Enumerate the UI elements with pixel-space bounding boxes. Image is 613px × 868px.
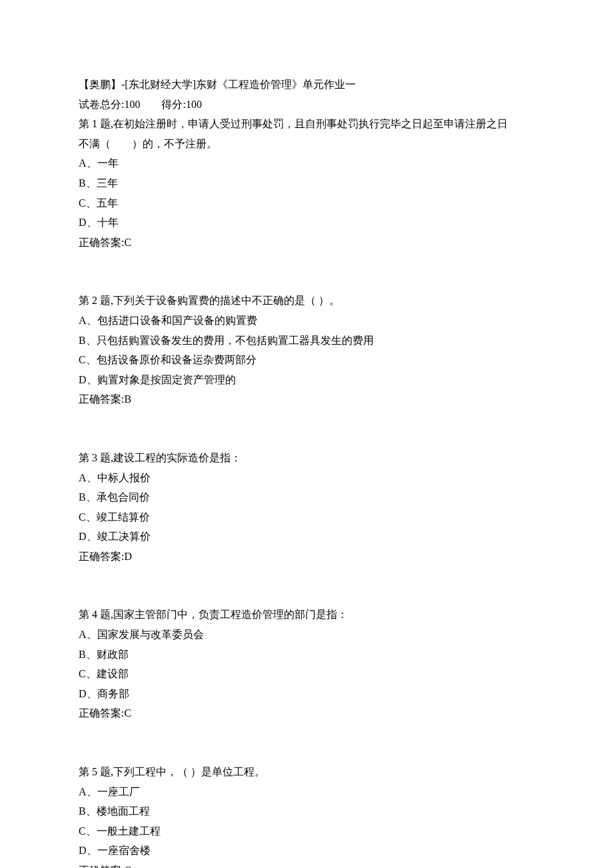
option-c: C、包括设备原价和设备运杂费两部分 bbox=[79, 350, 534, 370]
question-prompt: 第 3 题,建设工程的实际造价是指： bbox=[79, 448, 534, 468]
correct-answer: 正确答案:C bbox=[79, 703, 534, 723]
option-d: D、购置对象是按固定资产管理的 bbox=[79, 370, 534, 390]
question-prompt: 不满（ ）的，不予注册。 bbox=[79, 134, 534, 154]
correct-answer: 正确答案:D bbox=[79, 547, 534, 567]
option-b: B、财政部 bbox=[79, 645, 534, 665]
question-prompt: 第 1 题,在初始注册时，申请人受过刑事处罚，且自刑事处罚执行完毕之日起至申请注… bbox=[79, 114, 534, 134]
total-score: 试卷总分:100 bbox=[79, 99, 140, 110]
option-b: B、三年 bbox=[79, 173, 534, 193]
question-1: 第 1 题,在初始注册时，申请人受过刑事处罚，且自刑事处罚执行完毕之日起至申请注… bbox=[79, 114, 534, 252]
option-c: C、竣工结算价 bbox=[79, 507, 534, 527]
question-prompt: 第 5 题,下列工程中，（ ）是单位工程。 bbox=[79, 762, 534, 782]
option-b: B、承包合同价 bbox=[79, 487, 534, 507]
document-title: 【奥鹏】-[东北财经大学]东财《工程造价管理》单元作业一 bbox=[79, 75, 534, 95]
question-5: 第 5 题,下列工程中，（ ）是单位工程。 A、一座工厂 B、楼地面工程 C、一… bbox=[79, 762, 534, 868]
option-b: B、只包括购置设备发生的费用，不包括购置工器具发生的费用 bbox=[79, 331, 534, 351]
question-4: 第 4 题,国家主管部门中，负责工程造价管理的部门是指： A、国家发展与改革委员… bbox=[79, 605, 534, 723]
correct-answer: 正确答案:B bbox=[79, 389, 534, 409]
question-prompt: 第 4 题,国家主管部门中，负责工程造价管理的部门是指： bbox=[79, 605, 534, 625]
option-c: C、建设部 bbox=[79, 664, 534, 684]
score-line: 试卷总分:100得分:100 bbox=[79, 95, 534, 115]
correct-answer: 正确答案:C bbox=[79, 233, 534, 253]
option-c: C、一般土建工程 bbox=[79, 821, 534, 841]
option-a: A、一年 bbox=[79, 153, 534, 173]
option-d: D、商务部 bbox=[79, 684, 534, 704]
option-a: A、包括进口设备和国产设备的购置费 bbox=[79, 311, 534, 331]
got-score: 得分:100 bbox=[161, 99, 201, 110]
option-c: C、五年 bbox=[79, 193, 534, 213]
option-b: B、楼地面工程 bbox=[79, 801, 534, 821]
question-prompt: 第 2 题,下列关于设备购置费的描述中不正确的是（ ）。 bbox=[79, 291, 534, 311]
option-d: D、一座宿舍楼 bbox=[79, 841, 534, 861]
option-a: A、中标人报价 bbox=[79, 468, 534, 488]
question-3: 第 3 题,建设工程的实际造价是指： A、中标人报价 B、承包合同价 C、竣工结… bbox=[79, 448, 534, 567]
option-d: D、竣工决算价 bbox=[79, 527, 534, 547]
question-2: 第 2 题,下列关于设备购置费的描述中不正确的是（ ）。 A、包括进口设备和国产… bbox=[79, 291, 534, 409]
option-a: A、国家发展与改革委员会 bbox=[79, 625, 534, 645]
correct-answer: 正确答案:C bbox=[79, 861, 534, 868]
option-a: A、一座工厂 bbox=[79, 782, 534, 802]
option-d: D、十年 bbox=[79, 213, 534, 233]
